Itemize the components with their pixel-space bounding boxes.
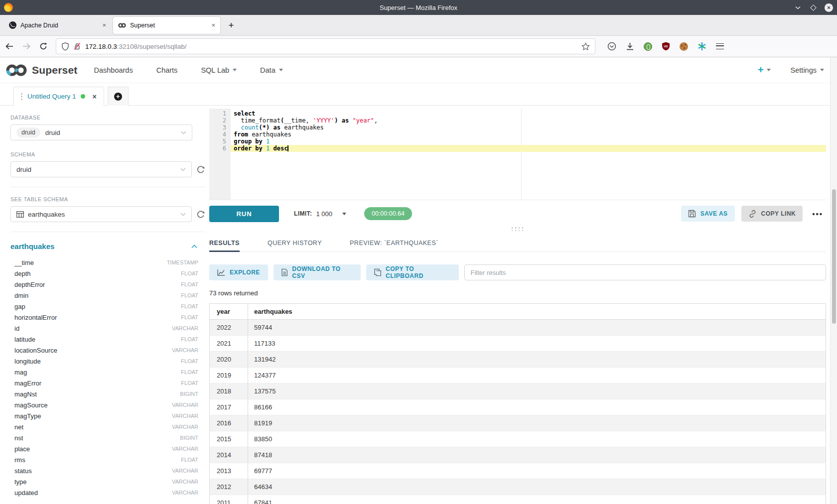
schema-column-row[interactable]: locationSourceVARCHAR [10, 345, 198, 356]
nav-dashboards[interactable]: Dashboards [94, 66, 133, 74]
schema-column-row[interactable]: idVARCHAR [10, 323, 198, 334]
drag-dots-icon[interactable] [21, 93, 22, 100]
forward-icon[interactable] [19, 39, 34, 54]
maximize-icon[interactable] [809, 3, 818, 12]
insecure-lock-icon[interactable] [73, 42, 81, 50]
schema-column-row[interactable]: latitudeFLOAT [10, 334, 198, 345]
schema-column-row[interactable]: nstBIGINT [10, 432, 198, 443]
reload-icon[interactable] [36, 39, 51, 54]
column-name: status [14, 467, 32, 475]
explore-button[interactable]: EXPLORE [209, 264, 268, 280]
database-select[interactable]: druid druid [10, 125, 192, 140]
new-tab-button[interactable]: + [224, 18, 238, 32]
schema-column-row[interactable]: magSourceVARCHAR [10, 399, 198, 410]
save-as-button[interactable]: SAVE AS [681, 206, 735, 222]
schema-column-row[interactable]: __timeTIMESTAMP [10, 257, 198, 268]
divider [10, 232, 206, 232]
schema-column-row[interactable]: magFLOAT [10, 367, 198, 378]
cookie-extension-icon[interactable] [680, 42, 688, 51]
download-csv-button[interactable]: DOWNLOAD TO CSV [274, 264, 361, 280]
cell-year: 2020 [210, 352, 248, 368]
more-actions-button[interactable]: ••• [809, 210, 826, 218]
refresh-tables-icon[interactable] [196, 210, 205, 219]
add-new-button[interactable]: + [758, 64, 771, 76]
column-header-earthquakes[interactable]: earthquakes [248, 304, 826, 320]
nav-data[interactable]: Data [260, 66, 283, 74]
settings-menu[interactable]: Settings [791, 66, 824, 74]
editor-line-6[interactable]: order by 1 desc [231, 145, 826, 152]
editor-code[interactable]: select time_format(__time, 'YYYY') as "y… [231, 109, 826, 152]
shield-permissions-icon[interactable] [61, 42, 69, 51]
bookmark-star-icon[interactable] [581, 42, 590, 50]
collapse-table-icon[interactable] [191, 245, 197, 249]
tab-results[interactable]: RESULTS [209, 235, 240, 252]
column-header-year[interactable]: year [210, 304, 248, 320]
menu-icon[interactable] [716, 43, 724, 49]
schema-column-row[interactable]: magTypeVARCHAR [10, 410, 198, 421]
privacy-extension-icon[interactable] [644, 42, 652, 51]
editor-line-3[interactable]: count(*) as earthquakes [231, 124, 826, 131]
url-bar[interactable]: 172.18.0.3:32108/superset/sqllab/ [56, 38, 595, 54]
copy-to-clipboard-button[interactable]: COPY TO CLIPBOARD [366, 264, 459, 280]
editor-line-1[interactable]: select [231, 110, 826, 117]
copy-link-button[interactable]: COPY LINK [741, 206, 803, 222]
limit-dropdown[interactable]: LIMIT: 1 000 [294, 210, 346, 218]
table-row: 2019124377 [210, 368, 826, 383]
chevron-down-icon [767, 69, 771, 71]
schema-column-row[interactable]: magNstBIGINT [10, 388, 198, 399]
browser-tab-druid[interactable]: Apache Druid × [4, 17, 111, 34]
minimize-icon[interactable] [794, 3, 802, 12]
refresh-schemas-icon[interactable] [196, 165, 205, 174]
page-scrollbar[interactable] [830, 57, 837, 504]
tab-close-icon[interactable]: × [211, 21, 215, 29]
browser-tab-superset[interactable]: Superset × [113, 17, 220, 34]
schema-column-row[interactable]: longitudeFLOAT [10, 356, 198, 367]
tab-query-history[interactable]: QUERY HISTORY [268, 235, 322, 252]
column-name: longitude [14, 358, 41, 365]
schema-column-row[interactable]: magErrorFLOAT [10, 378, 198, 388]
schema-column-row[interactable]: horizontalErrorFLOAT [10, 312, 198, 323]
schema-column-row[interactable]: rmsFLOAT [10, 454, 198, 465]
column-name: net [14, 423, 23, 431]
tab-close-icon[interactable]: × [102, 21, 106, 29]
cell-earthquakes: 86166 [248, 399, 826, 415]
table-select[interactable]: earthquakes [10, 206, 192, 222]
sql-editor[interactable]: 123456 select time_format(__time, 'YYYY'… [209, 109, 826, 200]
schema-column-row[interactable]: typeVARCHAR [10, 476, 198, 487]
tab-preview-earthquakes[interactable]: PREVIEW: `EARTHQUAKES` [350, 235, 438, 252]
pane-resize-handle[interactable] [508, 227, 528, 231]
database-label: DATABASE [10, 115, 205, 121]
query-tab-untitled-1[interactable]: Untitled Query 1 × [13, 87, 104, 106]
download-icon[interactable] [626, 42, 634, 51]
table-schema-title[interactable]: earthquakes [10, 242, 54, 251]
back-icon[interactable] [2, 39, 17, 54]
new-query-tab-button[interactable]: + [108, 87, 129, 106]
table-row: 201681919 [210, 415, 826, 431]
nav-sql-lab[interactable]: SQL Lab [201, 66, 237, 74]
nav-charts[interactable]: Charts [156, 66, 178, 74]
schema-column-row[interactable]: depthFLOAT [10, 268, 198, 279]
schema-column-row[interactable]: depthErrorFLOAT [10, 279, 198, 290]
filter-results-input[interactable] [464, 264, 826, 280]
column-name: locationSource [14, 347, 57, 354]
multicolor-asterisk-icon[interactable] [698, 42, 706, 51]
editor-line-4[interactable]: from earthquakes [231, 131, 826, 138]
schema-column-row[interactable]: gapFLOAT [10, 301, 198, 312]
schema-column-row[interactable]: placeVARCHAR [10, 443, 198, 454]
editor-line-2[interactable]: time_format(__time, 'YYYY') as "year", [231, 117, 826, 124]
run-button[interactable]: RUN [209, 206, 279, 222]
schema-column-row[interactable]: updatedVARCHAR [10, 487, 198, 498]
schema-select[interactable]: druid [10, 161, 192, 177]
scrollbar-thumb[interactable] [832, 189, 836, 324]
close-window-icon[interactable]: × [825, 3, 833, 12]
pocket-icon[interactable] [607, 42, 616, 51]
schema-column-row[interactable]: netVARCHAR [10, 421, 198, 432]
schema-column-row[interactable]: dminFLOAT [10, 290, 198, 301]
superset-logo[interactable]: Superset [5, 63, 77, 77]
url-text[interactable]: 172.18.0.3:32108/superset/sqllab/ [85, 43, 577, 50]
superset-favicon [118, 21, 126, 29]
editor-line-5[interactable]: group by 1 [231, 138, 826, 145]
close-query-tab-icon[interactable]: × [93, 93, 97, 101]
ublock-origin-icon[interactable]: UO [662, 42, 670, 51]
schema-column-row[interactable]: statusVARCHAR [10, 465, 198, 476]
